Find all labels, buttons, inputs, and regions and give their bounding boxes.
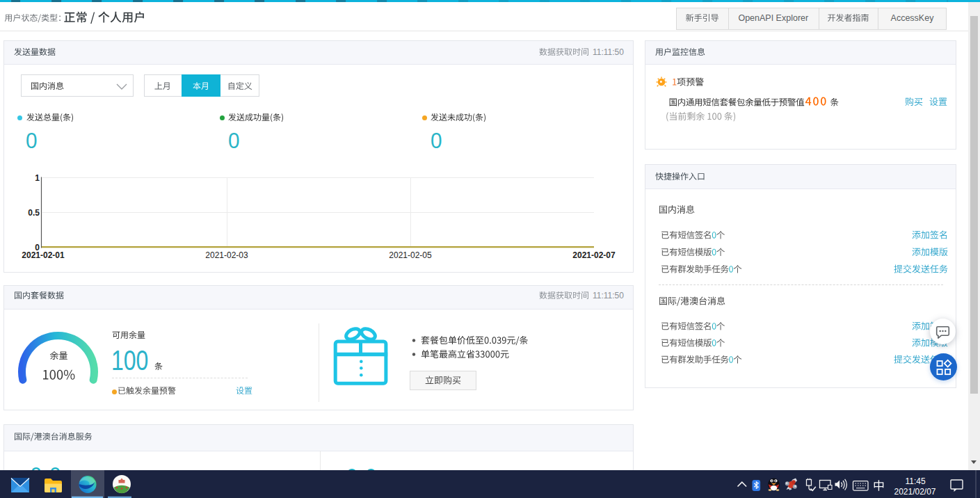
svg-text:2021/02/07: 2021/02/07 — [894, 487, 935, 497]
svg-text:11:45: 11:45 — [905, 476, 925, 486]
